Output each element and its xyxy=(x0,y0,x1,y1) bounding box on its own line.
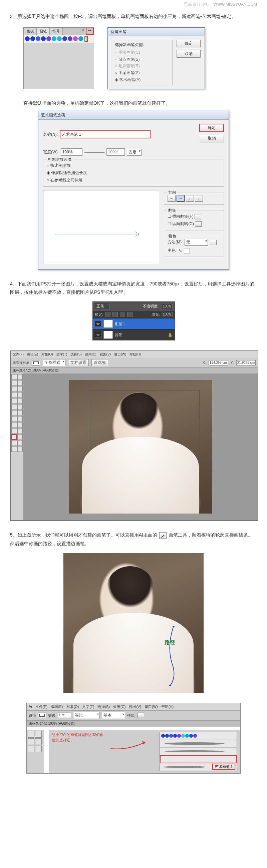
tool[interactable] xyxy=(28,731,34,738)
tool[interactable] xyxy=(17,386,23,392)
width-input[interactable]: 100% xyxy=(61,148,83,156)
doc-setup-button[interactable]: 文档设置 xyxy=(68,359,89,366)
brush-swatch[interactable] xyxy=(62,36,67,41)
cancel-button[interactable]: 取消 xyxy=(200,135,224,143)
fill-stroke-icon[interactable] xyxy=(32,360,40,366)
canvas-area[interactable] xyxy=(23,373,258,520)
profile-dropdown[interactable]: 等比 xyxy=(73,712,100,719)
dir-left-button[interactable]: ← xyxy=(168,195,176,202)
brush-swatch[interactable] xyxy=(47,36,51,41)
menu-edit[interactable]: 编辑(E) xyxy=(27,352,38,357)
checkbox-flip-v[interactable]: ☐ 纵向翻转(C) xyxy=(168,220,220,228)
lock-position-icon[interactable] xyxy=(120,312,125,317)
document-tab[interactable]: 未标题-1* @ 100% (RGB/预览) xyxy=(11,368,258,373)
radio-scale-3[interactable]: ○ 在参考线之间伸展 xyxy=(47,177,220,184)
menu-select[interactable]: 选择(S) xyxy=(97,704,110,709)
menu-edit[interactable]: 编辑(E) xyxy=(51,704,63,709)
menu-type[interactable]: 文字(T) xyxy=(82,704,94,709)
menu-help[interactable]: 帮助(H) xyxy=(129,352,141,357)
tip-icon[interactable] xyxy=(210,240,217,245)
brush-swatch[interactable] xyxy=(79,36,83,41)
tool[interactable] xyxy=(17,440,23,446)
placed-image[interactable] xyxy=(69,380,212,514)
brush-swatch[interactable] xyxy=(57,36,62,41)
fill-stroke-icon[interactable] xyxy=(38,713,46,718)
brush-swatch[interactable] xyxy=(52,36,56,41)
tool[interactable] xyxy=(28,746,34,752)
menu-type[interactable]: 文字(T) xyxy=(56,352,67,357)
layer-row[interactable]: 👁 背景 🔒 xyxy=(93,329,175,340)
tool[interactable] xyxy=(11,416,17,422)
tab-brushes[interactable]: 画笔 xyxy=(37,28,50,35)
brush-dot[interactable] xyxy=(185,734,189,738)
tool[interactable] xyxy=(11,440,17,446)
dir-right-button[interactable]: → xyxy=(177,195,184,202)
tool[interactable] xyxy=(17,380,23,386)
checkbox-flip-h[interactable]: ☐ 横向翻转(F) xyxy=(168,213,220,220)
brush-row[interactable] xyxy=(160,748,237,755)
tool[interactable] xyxy=(11,374,17,380)
brush-dot[interactable] xyxy=(189,734,193,738)
method-dropdown[interactable]: 无 xyxy=(184,239,208,246)
width-input-2[interactable]: 100% xyxy=(107,148,125,156)
brush-dot[interactable] xyxy=(181,734,185,738)
brush-swatch[interactable] xyxy=(68,36,72,41)
tool[interactable] xyxy=(35,746,42,752)
radio-bristle[interactable]: ○ 毛刷画笔(B) xyxy=(115,63,170,69)
tool[interactable] xyxy=(11,380,17,386)
stroke-weight-input[interactable]: 1 pt xyxy=(58,713,71,718)
dir-down-button[interactable]: ↓ xyxy=(195,195,203,202)
lock-transparent-icon[interactable] xyxy=(105,312,111,317)
opacity-input[interactable]: 100% xyxy=(162,304,173,309)
layer-row[interactable]: 👁 图层 1 xyxy=(93,318,175,329)
radio-art[interactable]: ◉ 艺术画笔(A) xyxy=(115,76,170,83)
brush-swatch[interactable] xyxy=(36,36,40,41)
prefs-button[interactable]: 首选项 xyxy=(91,359,108,366)
menu-view[interactable]: 视图(V) xyxy=(129,704,141,709)
brush-dot[interactable] xyxy=(173,734,177,738)
cancel-button[interactable]: 取消 xyxy=(177,50,201,58)
tool[interactable] xyxy=(28,738,34,745)
key-color-swatch[interactable] xyxy=(184,248,190,253)
menu-file[interactable]: 文件(F) xyxy=(35,704,48,709)
brush-swatch[interactable] xyxy=(30,36,35,41)
radio-calligraphy[interactable]: ○ 书法画笔(C) xyxy=(115,49,170,56)
tool[interactable] xyxy=(17,416,23,422)
tool[interactable] xyxy=(11,392,17,398)
brush-dot[interactable] xyxy=(161,734,165,738)
tool[interactable] xyxy=(11,386,17,392)
brush-row[interactable] xyxy=(160,740,237,748)
tool[interactable] xyxy=(11,446,17,452)
lock-all-icon[interactable] xyxy=(127,312,132,317)
brush-dot[interactable] xyxy=(169,734,173,738)
brush-dot[interactable] xyxy=(193,734,197,738)
menu-file[interactable]: 文件(F) xyxy=(13,352,24,357)
brush-dot[interactable] xyxy=(177,734,181,738)
menu-effect[interactable]: 效果(C) xyxy=(85,352,96,357)
menu-select[interactable]: 选择(S) xyxy=(70,352,82,357)
tool[interactable] xyxy=(11,404,17,410)
menu-view[interactable]: 视图(V) xyxy=(100,352,111,357)
tool[interactable] xyxy=(11,428,17,434)
brush-def-dropdown[interactable]: 基本 xyxy=(102,712,125,719)
menu-window[interactable]: 窗口(W) xyxy=(145,704,158,709)
tab-symbols[interactable]: 符号 xyxy=(50,28,63,35)
menu-object[interactable]: 对象(O) xyxy=(41,352,53,357)
eyedropper-icon[interactable]: ✎ xyxy=(179,248,182,253)
tool[interactable] xyxy=(11,398,17,404)
tool[interactable] xyxy=(17,374,23,380)
selected-brush-highlight[interactable] xyxy=(84,36,88,42)
tool[interactable] xyxy=(17,392,23,398)
visibility-icon[interactable]: 👁 xyxy=(95,332,101,338)
blend-mode-dropdown[interactable]: 正常 xyxy=(95,303,110,310)
panel-close-icon[interactable]: × xyxy=(81,28,86,35)
brush-row[interactable]: 艺术画笔 1 xyxy=(160,763,237,771)
tool[interactable] xyxy=(17,446,23,452)
panel-menu-icon[interactable]: ▾≡ xyxy=(86,28,94,35)
dir-up-button[interactable]: ↑ xyxy=(186,195,194,202)
width-mode-dropdown[interactable]: 固定 xyxy=(127,149,142,156)
brush-swatch[interactable] xyxy=(41,36,46,41)
tool[interactable] xyxy=(17,410,23,416)
tool[interactable] xyxy=(35,738,42,745)
brush-swatch[interactable] xyxy=(73,36,78,41)
